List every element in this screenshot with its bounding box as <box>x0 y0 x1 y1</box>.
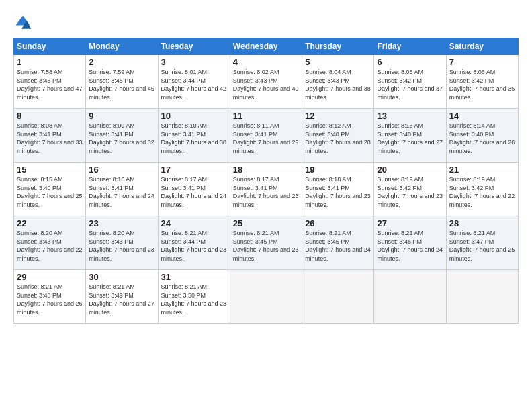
day-number: 22 <box>17 218 83 228</box>
day-info: Sunrise: 8:16 AM Sunset: 3:41 PM Dayligh… <box>89 175 154 209</box>
day-number: 20 <box>377 165 443 175</box>
calendar-cell: 17 Sunrise: 8:17 AM Sunset: 3:41 PM Dayl… <box>158 163 230 216</box>
header <box>13 11 519 32</box>
calendar-day-header: Friday <box>374 38 446 55</box>
day-info: Sunrise: 8:20 AM Sunset: 3:43 PM Dayligh… <box>17 229 83 263</box>
day-number: 28 <box>449 218 515 228</box>
calendar-cell: 7 Sunrise: 8:06 AM Sunset: 3:42 PM Dayli… <box>446 55 518 109</box>
calendar-cell: 13 Sunrise: 8:13 AM Sunset: 3:40 PM Dayl… <box>374 109 446 163</box>
day-info: Sunrise: 8:21 AM Sunset: 3:50 PM Dayligh… <box>161 283 227 316</box>
day-number: 8 <box>17 111 83 121</box>
calendar-table: SundayMondayTuesdayWednesdayThursdayFrid… <box>13 38 519 324</box>
day-info: Sunrise: 8:21 AM Sunset: 3:46 PM Dayligh… <box>377 229 443 263</box>
day-info: Sunrise: 8:21 AM Sunset: 3:45 PM Dayligh… <box>305 229 371 263</box>
day-number: 15 <box>17 165 83 175</box>
day-info: Sunrise: 8:09 AM Sunset: 3:41 PM Dayligh… <box>89 122 154 155</box>
day-info: Sunrise: 8:21 AM Sunset: 3:44 PM Dayligh… <box>161 229 227 263</box>
day-number: 18 <box>233 165 299 175</box>
day-number: 12 <box>305 111 371 121</box>
calendar-cell: 22 Sunrise: 8:20 AM Sunset: 3:43 PM Dayl… <box>14 216 86 270</box>
calendar-cell: 9 Sunrise: 8:09 AM Sunset: 3:41 PM Dayli… <box>86 109 158 163</box>
calendar-week-row: 1 Sunrise: 7:58 AM Sunset: 3:45 PM Dayli… <box>14 55 519 109</box>
day-number: 25 <box>233 218 299 228</box>
calendar-cell: 24 Sunrise: 8:21 AM Sunset: 3:44 PM Dayl… <box>158 216 230 270</box>
calendar-cell: 6 Sunrise: 8:05 AM Sunset: 3:42 PM Dayli… <box>374 55 446 109</box>
calendar-cell <box>446 270 518 324</box>
day-info: Sunrise: 8:21 AM Sunset: 3:47 PM Dayligh… <box>449 229 515 263</box>
day-info: Sunrise: 8:21 AM Sunset: 3:49 PM Dayligh… <box>89 283 154 316</box>
day-number: 17 <box>161 165 227 175</box>
day-info: Sunrise: 8:12 AM Sunset: 3:40 PM Dayligh… <box>305 122 371 155</box>
day-number: 3 <box>161 57 227 67</box>
calendar-cell: 31 Sunrise: 8:21 AM Sunset: 3:50 PM Dayl… <box>158 270 230 324</box>
day-info: Sunrise: 8:19 AM Sunset: 3:42 PM Dayligh… <box>377 175 443 209</box>
day-number: 4 <box>233 57 299 67</box>
day-info: Sunrise: 8:17 AM Sunset: 3:41 PM Dayligh… <box>161 175 227 209</box>
day-info: Sunrise: 8:21 AM Sunset: 3:45 PM Dayligh… <box>233 229 299 263</box>
day-number: 9 <box>89 111 154 121</box>
day-info: Sunrise: 8:04 AM Sunset: 3:43 PM Dayligh… <box>305 68 371 101</box>
day-number: 30 <box>89 272 154 282</box>
day-info: Sunrise: 8:05 AM Sunset: 3:42 PM Dayligh… <box>377 68 443 101</box>
calendar-cell <box>374 270 446 324</box>
calendar-day-header: Thursday <box>302 38 374 55</box>
calendar-week-row: 29 Sunrise: 8:21 AM Sunset: 3:48 PM Dayl… <box>14 270 519 324</box>
calendar-week-row: 22 Sunrise: 8:20 AM Sunset: 3:43 PM Dayl… <box>14 216 519 270</box>
day-number: 26 <box>305 218 371 228</box>
day-info: Sunrise: 8:13 AM Sunset: 3:40 PM Dayligh… <box>377 122 443 155</box>
calendar-cell: 14 Sunrise: 8:14 AM Sunset: 3:40 PM Dayl… <box>446 109 518 163</box>
day-info: Sunrise: 8:11 AM Sunset: 3:41 PM Dayligh… <box>233 122 299 155</box>
calendar-cell: 29 Sunrise: 8:21 AM Sunset: 3:48 PM Dayl… <box>14 270 86 324</box>
day-number: 13 <box>377 111 443 121</box>
calendar-day-header: Sunday <box>14 38 86 55</box>
day-info: Sunrise: 8:08 AM Sunset: 3:41 PM Dayligh… <box>17 122 83 155</box>
calendar-cell: 27 Sunrise: 8:21 AM Sunset: 3:46 PM Dayl… <box>374 216 446 270</box>
calendar-cell: 11 Sunrise: 8:11 AM Sunset: 3:41 PM Dayl… <box>230 109 302 163</box>
day-number: 1 <box>17 57 83 67</box>
day-number: 14 <box>449 111 515 121</box>
day-number: 2 <box>89 57 154 67</box>
calendar-cell: 4 Sunrise: 8:02 AM Sunset: 3:43 PM Dayli… <box>230 55 302 109</box>
logo-icon <box>13 13 32 32</box>
day-number: 31 <box>161 272 227 282</box>
day-info: Sunrise: 8:19 AM Sunset: 3:42 PM Dayligh… <box>449 175 515 209</box>
day-info: Sunrise: 8:10 AM Sunset: 3:41 PM Dayligh… <box>161 122 227 155</box>
calendar-cell: 5 Sunrise: 8:04 AM Sunset: 3:43 PM Dayli… <box>302 55 374 109</box>
calendar-week-row: 8 Sunrise: 8:08 AM Sunset: 3:41 PM Dayli… <box>14 109 519 163</box>
day-info: Sunrise: 8:18 AM Sunset: 3:41 PM Dayligh… <box>305 175 371 209</box>
calendar-cell: 3 Sunrise: 8:01 AM Sunset: 3:44 PM Dayli… <box>158 55 230 109</box>
day-info: Sunrise: 8:21 AM Sunset: 3:48 PM Dayligh… <box>17 283 83 316</box>
calendar-cell: 23 Sunrise: 8:20 AM Sunset: 3:43 PM Dayl… <box>86 216 158 270</box>
day-number: 11 <box>233 111 299 121</box>
day-info: Sunrise: 8:01 AM Sunset: 3:44 PM Dayligh… <box>161 68 227 101</box>
day-info: Sunrise: 7:59 AM Sunset: 3:45 PM Dayligh… <box>89 68 154 101</box>
day-info: Sunrise: 8:20 AM Sunset: 3:43 PM Dayligh… <box>89 229 154 263</box>
calendar-cell: 21 Sunrise: 8:19 AM Sunset: 3:42 PM Dayl… <box>446 163 518 216</box>
day-number: 6 <box>377 57 443 67</box>
calendar-cell: 10 Sunrise: 8:10 AM Sunset: 3:41 PM Dayl… <box>158 109 230 163</box>
day-number: 7 <box>449 57 515 67</box>
day-info: Sunrise: 8:17 AM Sunset: 3:41 PM Dayligh… <box>233 175 299 209</box>
day-number: 29 <box>17 272 83 282</box>
day-info: Sunrise: 8:15 AM Sunset: 3:40 PM Dayligh… <box>17 175 83 209</box>
day-number: 24 <box>161 218 227 228</box>
day-info: Sunrise: 8:06 AM Sunset: 3:42 PM Dayligh… <box>449 68 515 101</box>
calendar-cell: 30 Sunrise: 8:21 AM Sunset: 3:49 PM Dayl… <box>86 270 158 324</box>
calendar-cell: 26 Sunrise: 8:21 AM Sunset: 3:45 PM Dayl… <box>302 216 374 270</box>
calendar-day-header: Tuesday <box>158 38 230 55</box>
day-info: Sunrise: 7:58 AM Sunset: 3:45 PM Dayligh… <box>17 68 83 101</box>
calendar-cell: 1 Sunrise: 7:58 AM Sunset: 3:45 PM Dayli… <box>14 55 86 109</box>
calendar-cell: 15 Sunrise: 8:15 AM Sunset: 3:40 PM Dayl… <box>14 163 86 216</box>
calendar-cell: 2 Sunrise: 7:59 AM Sunset: 3:45 PM Dayli… <box>86 55 158 109</box>
day-number: 16 <box>89 165 154 175</box>
day-info: Sunrise: 8:14 AM Sunset: 3:40 PM Dayligh… <box>449 122 515 155</box>
calendar-cell: 28 Sunrise: 8:21 AM Sunset: 3:47 PM Dayl… <box>446 216 518 270</box>
calendar-cell <box>230 270 302 324</box>
day-number: 10 <box>161 111 227 121</box>
logo <box>13 13 35 32</box>
calendar-cell: 18 Sunrise: 8:17 AM Sunset: 3:41 PM Dayl… <box>230 163 302 216</box>
day-number: 21 <box>449 165 515 175</box>
day-number: 5 <box>305 57 371 67</box>
calendar-day-header: Saturday <box>446 38 518 55</box>
calendar-cell <box>302 270 374 324</box>
